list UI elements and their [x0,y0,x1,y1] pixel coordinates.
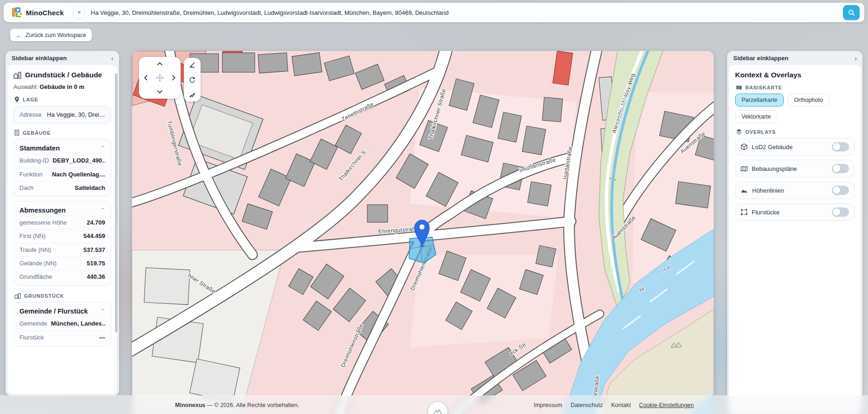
row-value: 537.537 [83,246,105,254]
overlay-row-lod2[interactable]: LoD2 Gebäude [735,138,855,156]
basemap-parzellarkarte[interactable]: Parzellarkarte [735,94,784,107]
footer-copyright: Minonexus — © 2026. Alle Rechte vorbehal… [175,402,299,408]
pan-center-icon[interactable] [155,73,165,83]
app-title: MinoCheck [26,9,64,17]
basemap-orthophoto[interactable]: Orthophoto [787,94,830,107]
search-clear-button[interactable]: × [73,6,85,19]
mountain-peaks-icon [433,408,443,414]
pan-down-button[interactable] [155,87,165,97]
row-value: 440.36 [87,273,105,281]
adresse-label: Adresse [19,111,42,119]
footer-link-impressum[interactable]: Impressum [534,402,562,408]
left-collapse-label: Sidebar einklappen [12,55,67,62]
overlays-header: OVERLAYS [745,129,776,135]
footer-link-kontakt[interactable]: Kontakt [611,402,630,408]
row-label: gemessene Höhe [19,219,67,226]
top-bar: MinoCheck × [4,3,864,22]
left-sidebar-scrollbar[interactable] [115,73,118,332]
lod2-toggle[interactable] [832,142,849,151]
adresse-value: Ha Veggie, 30, Drei… [47,111,105,119]
cadastral-map[interactable]: Thalkirchner Straße Thalkirchner S. hner… [132,51,714,414]
abmessungen-card: Abmessungen ⌃ gemessene Höhe 24.709 Firs… [13,201,111,286]
abmessungen-collapse-icon[interactable]: ⌃ [101,207,105,213]
parcel-icon [741,209,748,215]
overlay-label: Höhenlinien [752,187,828,194]
row-label: Dach [19,184,33,192]
collapse-left-chevron-icon[interactable]: ‹ [111,55,113,62]
selection-line: Auswahl: Gebäude in 0 m [13,83,111,90]
row-value: 24.709 [87,219,105,226]
row-value: Nach Quellenlag… [52,171,105,178]
rotate-map-button[interactable] [184,72,201,87]
gemeinde-collapse-icon[interactable]: ⌃ [101,308,105,314]
row-label: Funktion [19,171,43,178]
map-canvas[interactable]: Thalkirchner Straße Thalkirchner S. hner… [132,51,714,414]
grundstueck-header: GRUNDSTÜCK [24,293,64,299]
basiskarte-header: BASISKARTE [745,85,782,90]
row-label: Gemeinde [19,320,47,327]
row-label: Traufe (NN) [19,246,51,254]
row-value: München, Landes… [51,320,105,327]
overlay-label: Flurstücke [752,209,828,216]
row-value: Satteldach [75,184,105,192]
overlay-row-hoehenlinien[interactable]: Höhenlinien [735,182,855,199]
basemap-options: Parzellarkarte Orthophoto Vektorkarte [735,94,855,123]
sidebar-title: Grundstück / Gebäude [25,71,102,79]
app-logo-icon [10,6,22,19]
gemeinde-card: Gemeinde / Flurstück ⌃ Gemeinde München,… [13,302,111,346]
row-label: Building-ID [19,157,49,164]
slope-measure-button[interactable] [184,87,201,101]
row-label: Gelände (NN) [19,260,57,267]
overlay-label: Bebauungspläne [752,165,828,172]
footer-link-cookies[interactable]: Cookie-Einstellungen [639,402,694,408]
overlay-label: LoD2 Gebäude [752,144,828,151]
layers-icon [736,129,742,135]
search-button[interactable] [843,5,860,20]
pin-icon [14,96,19,103]
back-arrow-icon: ← [16,31,22,39]
map-icon [736,85,742,90]
footer-links: Impressum Datenschutz Kontakt Cookie-Ein… [534,402,694,408]
layers-sidebar: Sidebar einklappen › Kontext & Overlays … [727,51,862,414]
pan-right-button[interactable] [169,73,179,83]
overlay-row-flurstuecke[interactable]: Flurstücke [735,203,855,221]
gemeinde-card-title: Gemeinde / Flurstück [19,307,88,315]
overlay-row-bebauungsplaene[interactable]: Bebauungspläne [735,160,855,177]
footer-brand: Minonexus [175,402,205,408]
back-to-workspace-button[interactable]: ← Zurück zum Workspace [10,29,92,41]
pan-up-button[interactable] [155,59,165,69]
basemap-vektorkarte[interactable]: Vektorkarte [735,110,777,123]
search-icon [848,9,855,16]
angle-measure-button[interactable] [184,58,201,72]
cube-icon [741,143,748,151]
stammdaten-card: Stammdaten ⌃ Building-ID DEBY_LOD2_490… … [13,139,111,197]
search-input[interactable] [85,9,843,16]
row-label: Grundfläche [19,273,52,281]
lage-card: Adresse Ha Veggie, 30, Drei… [13,106,111,124]
right-collapse-label: Sidebar einklappen [733,55,788,62]
row-value: DEBY_LOD2_490… [53,157,105,164]
back-button-label: Zurück zum Workspace [25,32,86,38]
collapse-right-chevron-icon[interactable]: › [855,55,857,62]
plan-map-icon [741,166,748,172]
flurstuecke-toggle[interactable] [832,207,849,217]
bebauungsplaene-toggle[interactable] [832,164,849,173]
footer-link-datenschutz[interactable]: Datenschutz [571,402,603,408]
mountains-icon [741,188,748,193]
property-sidebar-content: Grundstück / Gebäude Auswahl: Gebäude in… [7,65,117,394]
row-label: First (NN) [19,232,45,240]
map-tools [184,58,201,101]
row-value: 519.75 [87,260,105,267]
hoehenlinien-toggle[interactable] [832,186,849,195]
pan-left-button[interactable] [141,73,151,83]
stammdaten-collapse-icon[interactable]: ⌃ [101,145,105,151]
property-sidebar: Sidebar einklappen ‹ Grundstück / Gebäud… [6,51,119,396]
selection-value: Gebäude in 0 m [39,83,84,90]
lage-header: LAGE [23,97,38,102]
layers-title: Kontext & Overlays [735,71,855,79]
layers-sidebar-content: Kontext & Overlays BASISKARTE Parzellark… [729,65,861,412]
map-pan-control [139,57,181,99]
row-value: 544.459 [83,232,105,240]
abmessungen-title: Abmessungen [19,207,66,214]
tower-icon [14,130,19,136]
